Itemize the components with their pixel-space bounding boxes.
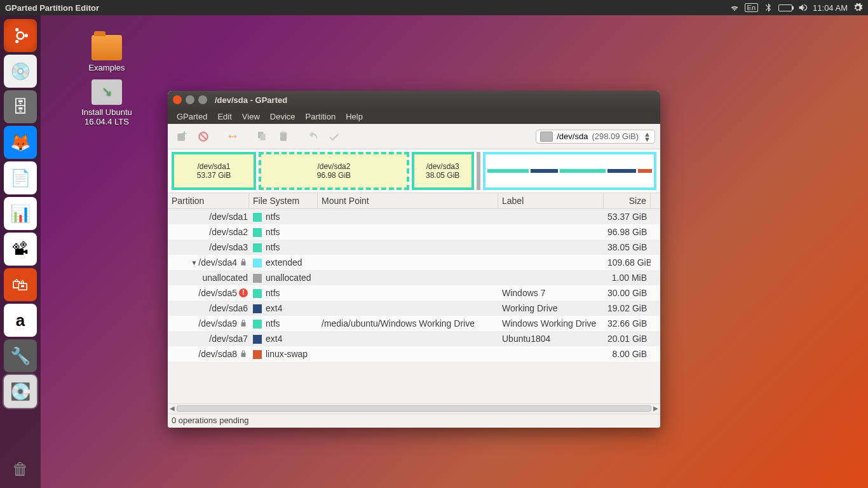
table-row[interactable]: unallocatedunallocated1.00 MiB — [168, 270, 660, 285]
graphic-block-sda2[interactable]: /dev/sda2 96.98 GiB — [259, 152, 409, 190]
partition-name: unallocated — [202, 273, 248, 283]
launcher-dash[interactable] — [4, 19, 37, 52]
menu-partition[interactable]: Partition — [301, 112, 341, 121]
scroll-left-icon[interactable]: ◀ — [168, 405, 176, 412]
launcher-amazon[interactable]: a — [4, 304, 37, 337]
graphic-sub-sda5[interactable] — [487, 169, 529, 173]
horizontal-scrollbar[interactable]: ◀ ▶ — [168, 403, 660, 414]
graphic-block-unalloc[interactable] — [477, 152, 480, 190]
svg-point-3 — [15, 40, 18, 43]
close-button[interactable] — [173, 95, 182, 104]
desktop-icon-install[interactable]: Install Ubuntu 16.04.4 LTS — [67, 79, 146, 126]
lock-icon — [239, 319, 248, 328]
fs-swatch — [253, 320, 262, 329]
menu-device[interactable]: Device — [265, 112, 301, 121]
graphic-sub-sda7[interactable] — [607, 169, 637, 173]
launcher-files[interactable]: 🗄 — [4, 90, 37, 123]
sound-icon[interactable] — [797, 3, 808, 13]
header-filesystem[interactable]: File System — [249, 193, 318, 208]
apply-button[interactable] — [325, 128, 343, 146]
battery-icon[interactable] — [778, 4, 792, 11]
bluetooth-icon[interactable] — [763, 3, 773, 13]
fs-name: ntfs — [266, 242, 280, 252]
launcher-install[interactable]: 💿 — [4, 55, 37, 88]
table-row[interactable]: /dev/sda8linux-swap8.00 GiB — [168, 346, 660, 362]
fs-name: ext4 — [266, 303, 282, 313]
fs-name: ntfs — [266, 212, 280, 222]
menu-gparted[interactable]: GParted — [172, 112, 212, 121]
network-icon[interactable] — [729, 3, 740, 13]
new-partition-button[interactable] — [173, 128, 191, 146]
resize-button[interactable] — [224, 128, 241, 146]
header-size[interactable]: Size — [604, 193, 651, 208]
launcher-impress[interactable]: 📽 — [4, 233, 37, 266]
minimize-button[interactable] — [186, 95, 194, 104]
undo-button[interactable] — [304, 128, 322, 146]
language-indicator[interactable]: En — [745, 3, 758, 12]
header-label[interactable]: Label — [498, 193, 604, 208]
status-text: 0 operations pending — [172, 416, 248, 425]
launcher-gparted[interactable]: 💽 — [4, 375, 37, 408]
copy-button[interactable] — [253, 128, 271, 146]
graphic-block-sda1[interactable]: /dev/sda1 53.37 GiB — [172, 152, 256, 190]
launcher-firefox[interactable]: 🦊 — [4, 126, 37, 159]
header-partition[interactable]: Partition — [168, 193, 249, 208]
delete-partition-button[interactable] — [194, 128, 212, 146]
partition-name: /dev/sda7 — [209, 334, 248, 344]
launcher-writer[interactable]: 📄 — [4, 161, 37, 194]
menu-help[interactable]: Help — [341, 112, 368, 121]
device-selector[interactable]: /dev/sda (298.09 GiB) ▲▼ — [536, 130, 655, 144]
fs-swatch — [253, 274, 262, 283]
maximize-button[interactable] — [198, 95, 207, 104]
fs-swatch — [253, 335, 262, 344]
graphic-sub-sda8[interactable] — [638, 169, 652, 173]
table-row[interactable]: /dev/sda7ext4Ubuntu180420.01 GiB — [168, 331, 660, 346]
spinner-icon[interactable]: ▲▼ — [644, 132, 651, 142]
partition-size: 1.00 MiB — [604, 273, 651, 283]
gear-icon[interactable] — [853, 3, 863, 13]
table-row[interactable]: /dev/sda5!ntfsWindows 730.00 GiB — [168, 285, 660, 301]
fs-name: ntfs — [266, 288, 280, 298]
clock[interactable]: 11:04 AM — [813, 3, 848, 13]
fs-name: linux-swap — [266, 349, 308, 359]
svg-point-1 — [25, 34, 28, 37]
partition-size: 19.02 GiB — [604, 303, 651, 313]
launcher-settings[interactable]: 🔧 — [4, 339, 37, 372]
graphic-block-extended[interactable] — [483, 152, 657, 190]
header-mountpoint[interactable]: Mount Point — [318, 193, 498, 208]
launcher-trash[interactable]: 🗑 — [4, 452, 37, 485]
table-row[interactable]: /dev/sda6ext4Working Drive19.02 GiB — [168, 301, 660, 316]
table-row[interactable]: ▼/dev/sda4extended109.68 GiB — [168, 255, 660, 270]
partition-size: 8.00 GiB — [604, 349, 651, 359]
menu-edit[interactable]: Edit — [212, 112, 236, 121]
top-panel: GParted Partition Editor En 11:04 AM — [0, 0, 868, 15]
launcher-software[interactable]: 🛍 — [4, 268, 37, 301]
graphic-sub-sda9[interactable] — [560, 169, 605, 173]
desktop-icon-examples[interactable]: Examples — [75, 35, 139, 72]
partition-label: Windows Working Drive — [498, 318, 604, 329]
table-row[interactable]: /dev/sda2ntfs96.98 GiB — [168, 224, 660, 240]
lock-icon — [239, 258, 248, 267]
launcher-calc[interactable]: 📊 — [4, 197, 37, 230]
gparted-window: /dev/sda - GParted GParted Edit View Dev… — [168, 91, 660, 428]
tree-toggle-icon[interactable]: ▼ — [191, 259, 197, 266]
device-size: (298.09 GiB) — [592, 132, 639, 141]
top-panel-title: GParted Partition Editor — [5, 3, 99, 13]
graphic-sub-sda6[interactable] — [531, 169, 559, 173]
titlebar[interactable]: /dev/sda - GParted — [168, 91, 660, 109]
paste-button[interactable] — [275, 128, 292, 146]
partition-size: 53.37 GiB — [604, 212, 651, 222]
scroll-right-icon[interactable]: ▶ — [652, 405, 660, 412]
table-row[interactable]: /dev/sda9ntfs/media/ubuntu/Windows Worki… — [168, 316, 660, 331]
menu-view[interactable]: View — [237, 112, 265, 121]
table-row[interactable]: /dev/sda3ntfs38.05 GiB — [168, 240, 660, 255]
partition-name: /dev/sda3 — [209, 242, 248, 252]
menubar: GParted Edit View Device Partition Help — [168, 109, 660, 124]
graphic-block-sda3[interactable]: /dev/sda3 38.05 GiB — [412, 152, 474, 190]
scrollbar-thumb[interactable] — [177, 405, 651, 412]
toolbar: /dev/sda (298.09 GiB) ▲▼ — [168, 124, 660, 149]
fs-name: ntfs — [266, 227, 280, 237]
fs-swatch — [253, 228, 262, 237]
partition-size: 20.01 GiB — [604, 334, 651, 344]
table-row[interactable]: /dev/sda1ntfs53.37 GiB — [168, 209, 660, 224]
